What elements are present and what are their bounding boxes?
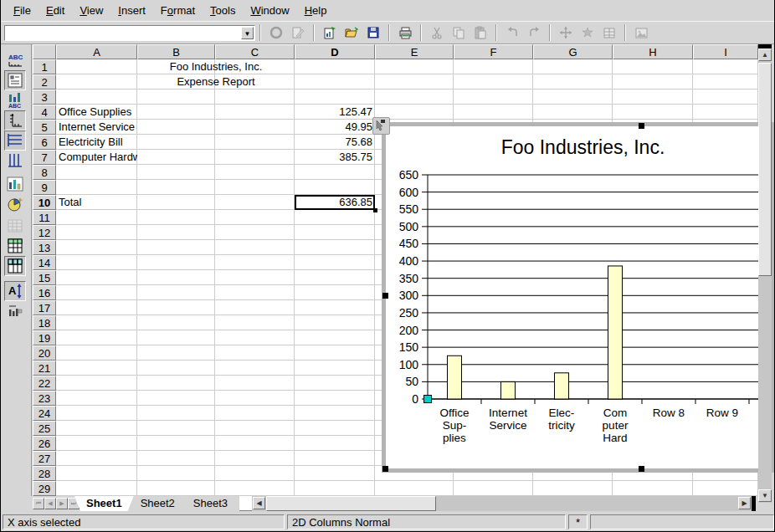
cell-C14[interactable] bbox=[215, 255, 295, 270]
x-axis-category-label[interactable]: plies bbox=[443, 432, 466, 444]
cell-D20[interactable] bbox=[295, 345, 375, 361]
cell-C10[interactable] bbox=[215, 195, 295, 210]
y-axis-label-250[interactable]: 250 bbox=[399, 306, 419, 320]
menu-help[interactable]: Help bbox=[297, 2, 335, 19]
cell-A14[interactable] bbox=[56, 255, 137, 270]
y-axis-label-200[interactable]: 200 bbox=[399, 324, 419, 337]
cell-B8[interactable] bbox=[137, 165, 215, 180]
menu-window[interactable]: Window bbox=[243, 2, 296, 19]
cell-A19[interactable] bbox=[56, 330, 137, 345]
y-axis-label-650[interactable]: 650 bbox=[399, 168, 419, 182]
horizontal-grid-on-off-icon[interactable] bbox=[4, 130, 26, 151]
cell-A26[interactable] bbox=[56, 436, 137, 451]
cell-text-B1[interactable]: Foo Industries, Inc. bbox=[137, 59, 295, 74]
cell-A11[interactable] bbox=[56, 210, 137, 225]
y-axis-label-400[interactable]: 400 bbox=[399, 254, 419, 268]
chart-resize-handle-top-middle[interactable] bbox=[639, 123, 644, 129]
cell-C26[interactable] bbox=[215, 436, 295, 451]
row-header-21[interactable]: 21 bbox=[33, 361, 56, 376]
data-in-columns-icon[interactable] bbox=[4, 256, 26, 276]
y-axis-label-500[interactable]: 500 bbox=[399, 220, 419, 233]
cell-E3[interactable] bbox=[375, 90, 454, 105]
cell-A2[interactable] bbox=[56, 74, 137, 90]
cell-A15[interactable] bbox=[56, 270, 137, 285]
chart-resize-handle-bottom-middle[interactable] bbox=[639, 466, 644, 472]
x-axis-category-label[interactable]: Row 8 bbox=[653, 407, 685, 419]
cell-text-D6[interactable]: 75.68 bbox=[295, 135, 375, 150]
cell-B28[interactable] bbox=[137, 466, 215, 481]
cell-B5[interactable] bbox=[137, 120, 215, 135]
cell-A20[interactable] bbox=[56, 345, 137, 361]
cell-I1[interactable] bbox=[693, 59, 758, 74]
row-header-27[interactable]: 27 bbox=[33, 451, 56, 466]
cell-D17[interactable] bbox=[295, 300, 375, 315]
cell-E1[interactable] bbox=[375, 59, 454, 74]
cell-C9[interactable] bbox=[215, 180, 295, 195]
x-axis-category-label[interactable]: Hard bbox=[603, 432, 627, 444]
cell-C15[interactable] bbox=[215, 270, 295, 285]
bar-computer-hard[interactable] bbox=[608, 266, 623, 399]
cell-D23[interactable] bbox=[295, 391, 375, 406]
cell-E29[interactable] bbox=[375, 481, 454, 496]
new-document-icon[interactable] bbox=[320, 23, 340, 43]
cell-G3[interactable] bbox=[533, 90, 613, 105]
sheet-tab-sheet2[interactable]: Sheet2 bbox=[129, 496, 187, 511]
x-axis-category-label[interactable]: Elec- bbox=[549, 407, 575, 419]
row-header-16[interactable]: 16 bbox=[33, 285, 56, 300]
column-header-I[interactable]: I bbox=[693, 44, 758, 59]
cell-text-A5[interactable]: Internet Service bbox=[56, 120, 137, 135]
cell-A12[interactable] bbox=[56, 225, 137, 240]
cell-I29[interactable] bbox=[693, 481, 758, 496]
cell-C18[interactable] bbox=[215, 315, 295, 330]
cell-A1[interactable] bbox=[56, 59, 137, 74]
open-icon[interactable] bbox=[341, 23, 362, 43]
cell-D8[interactable] bbox=[295, 165, 375, 180]
cell-C7[interactable] bbox=[215, 150, 295, 165]
column-header-H[interactable]: H bbox=[613, 44, 693, 59]
cell-D21[interactable] bbox=[295, 361, 375, 376]
cell-B24[interactable] bbox=[137, 406, 215, 421]
bar-internet-service[interactable] bbox=[501, 381, 516, 399]
cell-C3[interactable] bbox=[215, 90, 295, 105]
y-axis-label-550[interactable]: 550 bbox=[399, 202, 419, 216]
cell-B17[interactable] bbox=[137, 300, 215, 315]
cell-B27[interactable] bbox=[137, 451, 215, 466]
cell-C8[interactable] bbox=[215, 165, 295, 180]
cell-A9[interactable] bbox=[56, 180, 137, 195]
row-header-4[interactable]: 4 bbox=[33, 105, 56, 120]
cell-B14[interactable] bbox=[137, 255, 215, 270]
row-header-23[interactable]: 23 bbox=[33, 391, 56, 406]
menu-view[interactable]: View bbox=[72, 2, 110, 19]
cell-H3[interactable] bbox=[613, 90, 693, 105]
cell-A24[interactable] bbox=[56, 406, 137, 421]
row-header-28[interactable]: 28 bbox=[33, 466, 56, 481]
cell-C22[interactable] bbox=[215, 376, 295, 391]
cell-B23[interactable] bbox=[137, 391, 215, 406]
column-header-D[interactable]: D bbox=[295, 44, 375, 59]
cell-text-A4[interactable]: Office Supplies bbox=[56, 105, 137, 120]
cell-C24[interactable] bbox=[215, 406, 295, 421]
cell-C20[interactable] bbox=[215, 345, 295, 361]
cell-H4[interactable] bbox=[613, 105, 693, 120]
cell-A27[interactable] bbox=[56, 451, 137, 466]
scale-text-icon[interactable]: A bbox=[4, 281, 26, 301]
x-axis-category-label[interactable]: Internet bbox=[489, 407, 527, 419]
cell-B16[interactable] bbox=[137, 285, 215, 300]
cell-D24[interactable] bbox=[295, 406, 375, 421]
row-header-17[interactable]: 17 bbox=[33, 300, 56, 315]
cell-G4[interactable] bbox=[533, 105, 613, 120]
row-header-1[interactable]: 1 bbox=[33, 59, 56, 74]
cell-D13[interactable] bbox=[295, 240, 375, 255]
column-header-C[interactable]: C bbox=[215, 44, 295, 59]
cell-B13[interactable] bbox=[137, 240, 215, 255]
cell-C4[interactable] bbox=[215, 105, 295, 120]
x-axis-category-label[interactable]: Service bbox=[489, 419, 526, 432]
cell-E2[interactable] bbox=[375, 74, 454, 90]
sheet-tab-sheet1[interactable]: Sheet1 bbox=[74, 496, 134, 511]
cell-C12[interactable] bbox=[215, 225, 295, 240]
cell-D2[interactable] bbox=[295, 74, 375, 90]
x-axis-category-label[interactable]: Office bbox=[439, 407, 469, 419]
cell-D3[interactable] bbox=[295, 90, 375, 105]
horizontal-scrollbar[interactable]: ◀ ▶ bbox=[252, 496, 752, 511]
cell-A28[interactable] bbox=[56, 466, 137, 481]
